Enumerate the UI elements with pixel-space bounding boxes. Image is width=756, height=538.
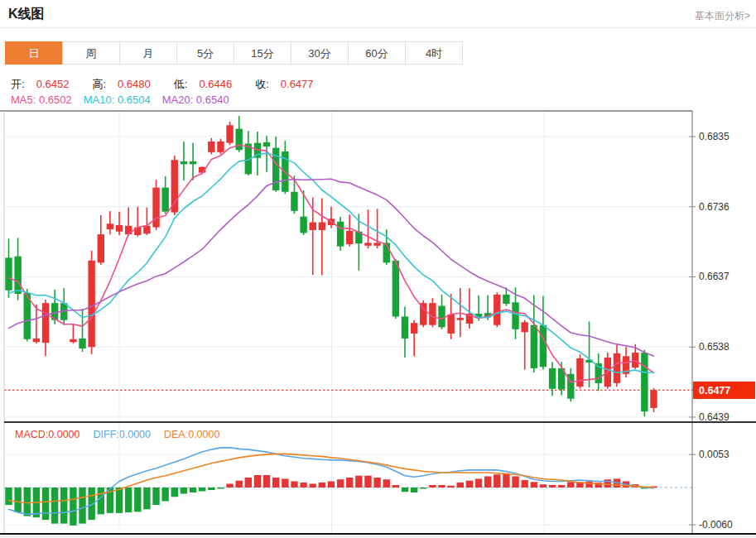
axis-label-0.6439: 0.6439	[699, 411, 730, 423]
axis-label-0.6637: 0.6637	[699, 271, 730, 282]
bottom-divider	[0, 536, 756, 537]
axis-label-0.6736: 0.6736	[699, 201, 730, 213]
kline-widget: { "header": { "title": "K线图", "analysis_…	[0, 0, 756, 538]
axis-label-0.6538: 0.6538	[699, 341, 730, 353]
axis-label-0.0053: 0.0053	[699, 449, 730, 460]
kline-chart: 0.68350.67360.66370.65380.64390.0053-0.0…	[0, 0, 756, 538]
current-price-label: 0.6477	[699, 385, 730, 396]
axis-label-0.6835: 0.6835	[699, 131, 730, 142]
axis-label--0.0060: -0.0060	[699, 519, 733, 531]
